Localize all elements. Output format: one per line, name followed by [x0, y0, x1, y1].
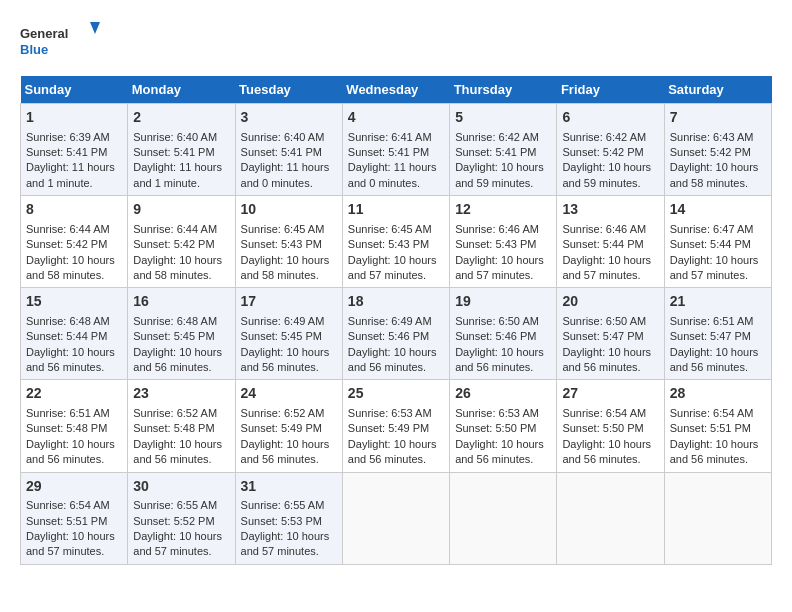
- day-number: 15: [26, 292, 122, 312]
- day-number: 13: [562, 200, 658, 220]
- header-cell-monday: Monday: [128, 76, 235, 104]
- day-info-line: and 58 minutes.: [26, 268, 122, 283]
- day-info-line: Sunset: 5:41 PM: [26, 145, 122, 160]
- day-info-line: Sunset: 5:52 PM: [133, 514, 229, 529]
- day-number: 12: [455, 200, 551, 220]
- day-info-line: and 58 minutes.: [670, 176, 766, 191]
- day-info-line: Sunrise: 6:51 AM: [26, 406, 122, 421]
- day-cell: 21Sunrise: 6:51 AMSunset: 5:47 PMDayligh…: [664, 288, 771, 380]
- day-info-line: Daylight: 11 hours: [241, 160, 337, 175]
- day-info-line: Sunset: 5:43 PM: [241, 237, 337, 252]
- day-info-line: Daylight: 10 hours: [562, 345, 658, 360]
- day-info-line: Sunrise: 6:54 AM: [670, 406, 766, 421]
- header-cell-saturday: Saturday: [664, 76, 771, 104]
- day-number: 29: [26, 477, 122, 497]
- day-info-line: Daylight: 10 hours: [455, 160, 551, 175]
- day-info-line: Sunset: 5:47 PM: [562, 329, 658, 344]
- day-info-line: and 57 minutes.: [455, 268, 551, 283]
- day-cell: 3Sunrise: 6:40 AMSunset: 5:41 PMDaylight…: [235, 104, 342, 196]
- day-info-line: and 56 minutes.: [133, 360, 229, 375]
- day-info-line: Sunrise: 6:43 AM: [670, 130, 766, 145]
- day-info-line: Sunrise: 6:50 AM: [455, 314, 551, 329]
- calendar-table: SundayMondayTuesdayWednesdayThursdayFrid…: [20, 76, 772, 565]
- day-info-line: Sunset: 5:41 PM: [348, 145, 444, 160]
- day-info-line: Sunrise: 6:49 AM: [348, 314, 444, 329]
- day-number: 16: [133, 292, 229, 312]
- day-info-line: and 58 minutes.: [133, 268, 229, 283]
- day-info-line: Daylight: 10 hours: [26, 253, 122, 268]
- day-info-line: Sunset: 5:46 PM: [348, 329, 444, 344]
- day-info-line: Daylight: 11 hours: [133, 160, 229, 175]
- day-info-line: Sunset: 5:50 PM: [562, 421, 658, 436]
- day-info-line: Sunrise: 6:53 AM: [455, 406, 551, 421]
- day-info-line: Sunset: 5:43 PM: [348, 237, 444, 252]
- day-number: 10: [241, 200, 337, 220]
- day-cell: 23Sunrise: 6:52 AMSunset: 5:48 PMDayligh…: [128, 380, 235, 472]
- header-cell-tuesday: Tuesday: [235, 76, 342, 104]
- day-info-line: and 57 minutes.: [562, 268, 658, 283]
- day-info-line: Sunrise: 6:52 AM: [133, 406, 229, 421]
- day-number: 21: [670, 292, 766, 312]
- day-number: 5: [455, 108, 551, 128]
- day-info-line: and 56 minutes.: [670, 452, 766, 467]
- day-info-line: Daylight: 10 hours: [348, 345, 444, 360]
- day-info-line: Sunset: 5:49 PM: [241, 421, 337, 436]
- day-info-line: and 56 minutes.: [26, 360, 122, 375]
- day-info-line: Sunrise: 6:45 AM: [241, 222, 337, 237]
- day-cell: 17Sunrise: 6:49 AMSunset: 5:45 PMDayligh…: [235, 288, 342, 380]
- day-info-line: Daylight: 10 hours: [562, 437, 658, 452]
- day-cell: 11Sunrise: 6:45 AMSunset: 5:43 PMDayligh…: [342, 196, 449, 288]
- day-info-line: Sunset: 5:48 PM: [133, 421, 229, 436]
- day-info-line: Daylight: 10 hours: [133, 345, 229, 360]
- day-info-line: Sunset: 5:41 PM: [133, 145, 229, 160]
- day-info-line: Sunset: 5:51 PM: [670, 421, 766, 436]
- day-info-line: Sunset: 5:46 PM: [455, 329, 551, 344]
- day-info-line: Daylight: 10 hours: [670, 345, 766, 360]
- day-info-line: Sunrise: 6:53 AM: [348, 406, 444, 421]
- day-info-line: and 58 minutes.: [241, 268, 337, 283]
- day-info-line: and 57 minutes.: [241, 544, 337, 559]
- day-cell: 19Sunrise: 6:50 AMSunset: 5:46 PMDayligh…: [450, 288, 557, 380]
- day-cell: 4Sunrise: 6:41 AMSunset: 5:41 PMDaylight…: [342, 104, 449, 196]
- day-info-line: Daylight: 10 hours: [348, 253, 444, 268]
- day-number: 6: [562, 108, 658, 128]
- day-info-line: Daylight: 10 hours: [133, 253, 229, 268]
- day-cell: 20Sunrise: 6:50 AMSunset: 5:47 PMDayligh…: [557, 288, 664, 380]
- day-info-line: Sunrise: 6:40 AM: [133, 130, 229, 145]
- day-info-line: Sunrise: 6:42 AM: [455, 130, 551, 145]
- day-number: 3: [241, 108, 337, 128]
- header-cell-sunday: Sunday: [21, 76, 128, 104]
- day-cell: [664, 472, 771, 564]
- day-number: 11: [348, 200, 444, 220]
- day-cell: 16Sunrise: 6:48 AMSunset: 5:45 PMDayligh…: [128, 288, 235, 380]
- day-info-line: and 56 minutes.: [670, 360, 766, 375]
- day-info-line: Sunrise: 6:42 AM: [562, 130, 658, 145]
- day-info-line: and 59 minutes.: [562, 176, 658, 191]
- day-info-line: Sunrise: 6:48 AM: [26, 314, 122, 329]
- day-info-line: Sunrise: 6:45 AM: [348, 222, 444, 237]
- day-info-line: Daylight: 10 hours: [455, 437, 551, 452]
- day-cell: 29Sunrise: 6:54 AMSunset: 5:51 PMDayligh…: [21, 472, 128, 564]
- day-info-line: Daylight: 10 hours: [133, 437, 229, 452]
- day-number: 26: [455, 384, 551, 404]
- day-info-line: Sunrise: 6:40 AM: [241, 130, 337, 145]
- day-cell: 1Sunrise: 6:39 AMSunset: 5:41 PMDaylight…: [21, 104, 128, 196]
- day-cell: 27Sunrise: 6:54 AMSunset: 5:50 PMDayligh…: [557, 380, 664, 472]
- day-info-line: and 57 minutes.: [26, 544, 122, 559]
- day-number: 18: [348, 292, 444, 312]
- day-number: 22: [26, 384, 122, 404]
- day-info-line: Sunset: 5:42 PM: [133, 237, 229, 252]
- day-number: 2: [133, 108, 229, 128]
- day-cell: 5Sunrise: 6:42 AMSunset: 5:41 PMDaylight…: [450, 104, 557, 196]
- day-info-line: Daylight: 10 hours: [241, 437, 337, 452]
- day-cell: 25Sunrise: 6:53 AMSunset: 5:49 PMDayligh…: [342, 380, 449, 472]
- day-info-line: Sunrise: 6:39 AM: [26, 130, 122, 145]
- svg-text:General: General: [20, 26, 68, 41]
- week-row-1: 1Sunrise: 6:39 AMSunset: 5:41 PMDaylight…: [21, 104, 772, 196]
- day-info-line: Sunset: 5:42 PM: [670, 145, 766, 160]
- header-cell-thursday: Thursday: [450, 76, 557, 104]
- day-info-line: Sunset: 5:44 PM: [562, 237, 658, 252]
- day-number: 9: [133, 200, 229, 220]
- day-number: 7: [670, 108, 766, 128]
- day-info-line: Daylight: 10 hours: [455, 253, 551, 268]
